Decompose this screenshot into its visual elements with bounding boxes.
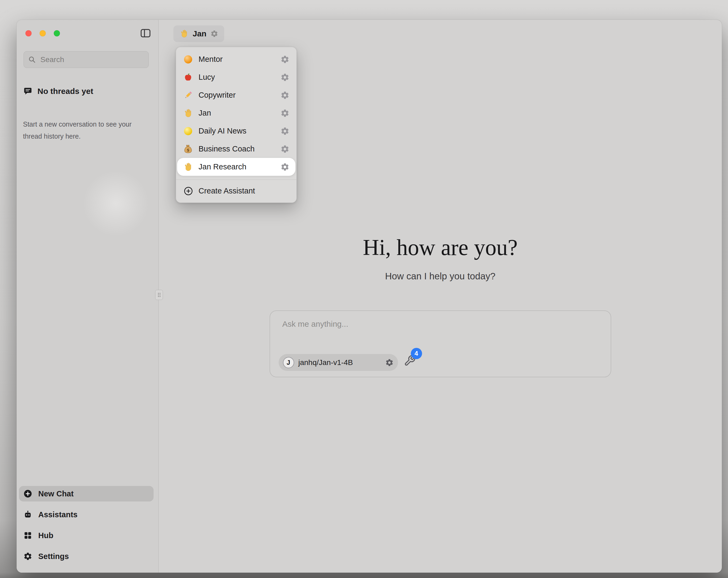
money-bag-icon xyxy=(183,144,193,154)
menu-item-business-coach[interactable]: Business Coach xyxy=(176,140,296,158)
gear-icon[interactable] xyxy=(280,109,289,118)
gear-icon[interactable] xyxy=(280,73,289,82)
model-name: janhq/Jan-v1-4B xyxy=(298,358,381,367)
window-controls xyxy=(25,30,60,36)
chat-input[interactable] xyxy=(282,319,599,347)
model-settings-gear-icon[interactable] xyxy=(385,358,394,367)
assistants-icon xyxy=(23,510,32,519)
menu-item-label: Business Coach xyxy=(199,145,275,153)
tools-count-badge: 4 xyxy=(411,348,422,359)
model-avatar: J xyxy=(283,357,294,368)
sidebar-item-assistants[interactable]: Assistants xyxy=(19,507,154,522)
new-chat-button[interactable]: New Chat xyxy=(19,486,154,501)
menu-item-label: Lucy xyxy=(199,73,275,82)
menu-item-label: Jan xyxy=(199,109,275,118)
create-assistant-label: Create Assistant xyxy=(199,186,255,195)
gear-icon[interactable] xyxy=(280,145,289,154)
assistant-menu: Mentor Lucy Copywriter Jan Daily AI News xyxy=(176,47,297,203)
menu-item-jan[interactable]: Jan xyxy=(176,104,296,122)
model-selector[interactable]: J janhq/Jan-v1-4B xyxy=(279,354,398,371)
menu-item-label: Daily AI News xyxy=(199,127,275,135)
close-button[interactable] xyxy=(25,30,31,36)
new-chat-label: New Chat xyxy=(38,489,74,498)
sidebar-resize-handle[interactable] xyxy=(155,290,163,300)
sidebar-toggle-icon[interactable] xyxy=(140,27,151,39)
search-box[interactable] xyxy=(24,51,149,68)
app-window: No threads yet Start a new conversation … xyxy=(17,20,722,573)
apple-icon xyxy=(183,72,193,82)
gear-icon[interactable] xyxy=(280,91,289,100)
create-assistant-button[interactable]: Create Assistant xyxy=(176,182,296,200)
orange-circle-icon xyxy=(183,54,193,65)
plus-circle-icon xyxy=(23,489,32,498)
menu-item-daily-ai-news[interactable]: Daily AI News xyxy=(176,122,296,140)
pencil-icon xyxy=(183,90,193,100)
chat-main: Jan Mentor Lucy Copywriter Jan xyxy=(159,20,722,573)
menu-item-label: Mentor xyxy=(199,55,275,64)
assistants-label: Assistants xyxy=(38,510,78,519)
assistant-selector-label: Jan xyxy=(192,29,207,38)
greeting-subtitle: How can I help you today? xyxy=(159,271,722,281)
menu-item-copywriter[interactable]: Copywriter xyxy=(176,86,296,104)
search-input[interactable] xyxy=(40,55,144,64)
menu-item-jan-research[interactable]: Jan Research xyxy=(177,158,295,176)
sidebar-item-hub[interactable]: Hub xyxy=(19,528,154,543)
search-icon xyxy=(28,56,36,64)
zoom-button[interactable] xyxy=(54,30,60,36)
greeting-title: Hi, how are you? xyxy=(159,234,722,260)
menu-item-mentor[interactable]: Mentor xyxy=(176,50,296,68)
chat-bubble-icon xyxy=(24,87,32,96)
settings-label: Settings xyxy=(38,552,69,561)
settings-gear-icon xyxy=(23,552,32,561)
hub-grid-icon xyxy=(23,531,32,540)
menu-item-label: Jan Research xyxy=(199,162,275,171)
composer: J janhq/Jan-v1-4B 4 xyxy=(269,310,611,377)
wave-icon xyxy=(183,108,193,118)
minimize-button[interactable] xyxy=(40,30,46,36)
empty-state-title: No threads yet xyxy=(37,87,93,96)
grip-dots-icon xyxy=(156,291,162,299)
menu-item-label: Copywriter xyxy=(199,91,275,100)
plus-circle-outline-icon xyxy=(184,186,193,196)
empty-state-description: Start a new conversation to see your thr… xyxy=(23,118,141,142)
gear-icon[interactable] xyxy=(210,30,218,38)
hub-label: Hub xyxy=(38,531,53,540)
gear-icon[interactable] xyxy=(280,55,289,64)
menu-item-lucy[interactable]: Lucy xyxy=(176,68,296,86)
assistant-selector[interactable]: Jan xyxy=(173,25,224,42)
sidebar-item-settings[interactable]: Settings xyxy=(19,549,154,564)
gear-icon[interactable] xyxy=(280,127,289,136)
gear-icon[interactable] xyxy=(280,162,289,172)
yellow-circle-icon xyxy=(183,126,193,136)
wave-icon xyxy=(183,162,193,172)
sidebar: No threads yet Start a new conversation … xyxy=(17,20,159,573)
wave-icon xyxy=(179,29,189,39)
sidebar-nav: New Chat Assistants Hub Settings xyxy=(19,486,154,564)
